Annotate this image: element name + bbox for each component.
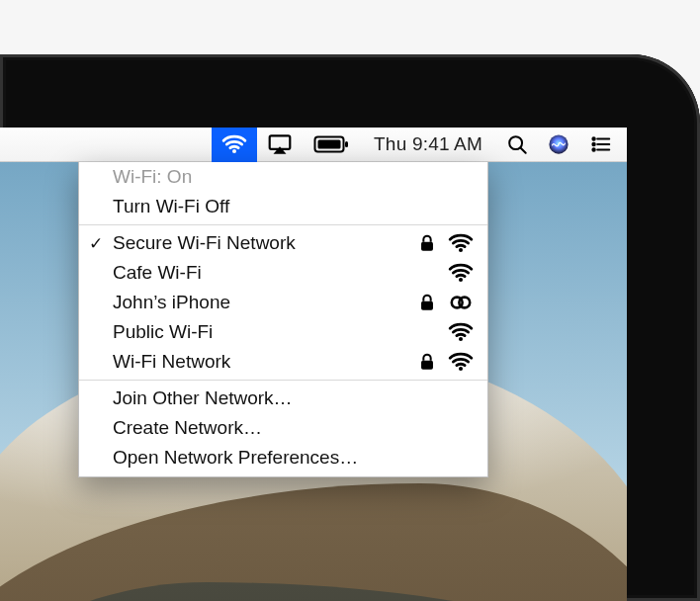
svg-point-0 (232, 149, 236, 153)
menu-bar-right: Thu 9:41 AM (212, 128, 621, 162)
wifi-network-list: ✓Secure Wi-Fi NetworkCafe Wi-FiJohn’s iP… (79, 228, 487, 377)
svg-point-22 (459, 367, 463, 371)
lock-icon (416, 232, 438, 254)
wifi-network-indicators (416, 349, 474, 375)
wifi-dropdown: Wi-Fi: On Turn Wi-Fi Off ✓Secure Wi-Fi N… (78, 162, 488, 477)
wifi-menu-extra[interactable] (212, 128, 257, 162)
checkmark-icon: ✓ (79, 233, 113, 254)
svg-point-19 (459, 298, 470, 308)
menu-bar: Thu 9:41 AM (0, 128, 627, 162)
svg-line-6 (521, 148, 526, 153)
notification-center-icon (589, 133, 611, 155)
wifi-network-label: John’s iPhone (113, 292, 416, 313)
wifi-network-indicators (416, 230, 474, 256)
svg-point-12 (592, 148, 594, 150)
wifi-network-indicators (448, 260, 474, 286)
create-network-row[interactable]: Create Network… (79, 413, 487, 443)
svg-point-16 (459, 278, 463, 282)
wifi-network-indicators (416, 290, 474, 315)
svg-rect-3 (318, 140, 341, 149)
svg-point-8 (592, 137, 594, 139)
wifi-toggle-label: Turn Wi-Fi Off (113, 196, 474, 217)
separator (79, 224, 487, 225)
laptop-frame: Thu 9:41 AM (0, 54, 700, 601)
search-icon (506, 133, 528, 155)
wifi-signal-icon (448, 230, 474, 256)
wifi-signal-icon (448, 260, 474, 286)
open-prefs-label: Open Network Preferences… (113, 447, 474, 469)
battery-icon (312, 134, 350, 154)
spotlight-menu-extra[interactable] (496, 128, 538, 162)
svg-rect-21 (421, 361, 433, 370)
viewport: Thu 9:41 AM (0, 0, 700, 601)
siri-menu-extra[interactable] (538, 128, 579, 162)
wifi-network-label: Secure Wi-Fi Network (113, 232, 416, 254)
wifi-icon (221, 131, 247, 157)
airplay-menu-extra[interactable] (257, 128, 303, 162)
wifi-network-row[interactable]: Public Wi-Fi (79, 317, 487, 347)
lock-icon (416, 292, 438, 313)
wifi-network-label: Cafe Wi-Fi (113, 262, 448, 284)
join-other-label: Join Other Network… (113, 387, 474, 409)
wifi-network-row[interactable]: ✓Secure Wi-Fi Network (79, 228, 487, 258)
wifi-signal-icon (448, 319, 474, 345)
hotspot-icon (448, 290, 474, 315)
svg-point-10 (592, 143, 594, 145)
wifi-network-label: Public Wi-Fi (113, 321, 448, 343)
open-prefs-row[interactable]: Open Network Preferences… (79, 443, 487, 472)
clock-text: Thu 9:41 AM (374, 133, 482, 155)
wifi-toggle-row[interactable]: Turn Wi-Fi Off (79, 192, 487, 221)
siri-icon (548, 133, 569, 155)
create-network-label: Create Network… (113, 417, 474, 439)
desktop-screen: Thu 9:41 AM (0, 128, 627, 601)
svg-point-20 (459, 337, 463, 341)
separator (79, 380, 487, 381)
join-other-row[interactable]: Join Other Network… (79, 384, 487, 413)
wifi-status-label: Wi-Fi: On (113, 166, 474, 188)
notification-center-menu-extra[interactable] (579, 128, 621, 162)
wifi-status-row: Wi-Fi: On (79, 162, 487, 192)
wifi-network-row[interactable]: Wi-Fi Network (79, 347, 487, 377)
svg-rect-17 (421, 301, 433, 310)
wifi-network-indicators (448, 319, 474, 345)
battery-menu-extra[interactable] (303, 128, 360, 162)
svg-rect-14 (421, 242, 433, 251)
svg-point-15 (459, 248, 463, 252)
wifi-network-row[interactable]: John’s iPhone (79, 288, 487, 317)
svg-rect-4 (345, 141, 348, 147)
lock-icon (416, 351, 438, 373)
clock-menu-extra[interactable]: Thu 9:41 AM (360, 128, 496, 162)
wifi-signal-icon (448, 349, 474, 375)
wifi-network-label: Wi-Fi Network (113, 351, 416, 373)
airplay-icon (267, 131, 293, 157)
wifi-network-row[interactable]: Cafe Wi-Fi (79, 258, 487, 288)
